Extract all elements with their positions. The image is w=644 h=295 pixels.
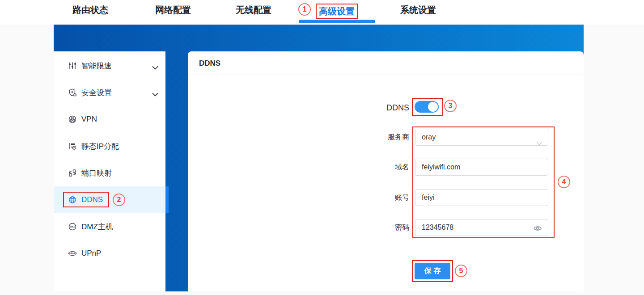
annotation-box-advanced-tab: 高级设置: [316, 4, 358, 19]
sidebar-item-label: 智能限速: [81, 61, 112, 71]
sidebar-item-smart-speed-limit[interactable]: 智能限速: [54, 52, 165, 79]
provider-label: 服务商: [388, 132, 409, 143]
ddns-toggle-label: DDNS: [386, 102, 409, 114]
ddns-toggle[interactable]: [415, 101, 439, 113]
sidebar-item-static-ip[interactable]: P 静态IP分配: [54, 133, 165, 160]
static-ip-icon: P: [68, 142, 77, 151]
sidebar-item-vpn[interactable]: VPN: [54, 106, 165, 133]
tab-network-config[interactable]: 网络配置: [155, 4, 191, 16]
ddns-panel: DDNS DDNS 3 服务商 oray 域名 f: [188, 51, 584, 291]
save-button[interactable]: 保存: [415, 263, 450, 279]
sidebar: 智能限速 安全设置: [54, 51, 165, 291]
password-input[interactable]: 12345678: [415, 219, 548, 236]
password-value: 12345678: [422, 223, 453, 231]
sidebar-item-label: UPnP: [81, 249, 101, 258]
page-title: DDNS: [199, 59, 220, 68]
sidebar-item-port-mapping[interactable]: 端口映射: [54, 160, 165, 186]
domain-input[interactable]: feiyiwifi.com: [415, 159, 548, 176]
sidebar-item-label: 安全设置: [81, 88, 112, 98]
provider-value: oray: [422, 133, 436, 141]
account-value: feiyi: [422, 194, 434, 201]
sidebar-item-label: DMZ主机: [81, 222, 113, 232]
domain-value: feiyiwifi.com: [422, 163, 460, 171]
globe-icon: [68, 195, 77, 204]
hero-banner: 智能限速 安全设置: [54, 25, 584, 291]
domain-label: 域名: [395, 162, 409, 173]
chevron-down-icon: [152, 64, 158, 68]
sidebar-item-label: DDNS: [81, 195, 103, 204]
svg-text:DMZ: DMZ: [70, 226, 75, 228]
annotation-step-2: 2: [113, 194, 125, 206]
upnp-icon: UPnP: [68, 249, 77, 258]
tab-router-status[interactable]: 路由状态: [72, 4, 108, 16]
sidebar-item-label: 端口映射: [81, 168, 112, 178]
svg-text:UPnP: UPnP: [69, 252, 76, 255]
eye-icon[interactable]: [533, 223, 542, 233]
port-mapping-icon: [68, 169, 77, 177]
annotation-step-4: 4: [558, 176, 570, 188]
shield-plus-icon: [68, 88, 77, 97]
title-divider: [188, 75, 584, 75]
dmz-icon: DMZ: [68, 222, 77, 231]
chevron-down-icon: [536, 135, 542, 139]
toggle-knob: [428, 102, 438, 112]
sidebar-item-upnp[interactable]: UPnP UPnP: [54, 240, 165, 267]
tab-advanced-settings[interactable]: 高级设置: [316, 4, 358, 19]
tab-system-settings[interactable]: 系统设置: [400, 4, 436, 16]
chevron-down-icon: [152, 91, 158, 95]
sidebar-item-security-settings[interactable]: 安全设置: [54, 79, 165, 106]
sidebar-item-label: VPN: [81, 115, 97, 124]
sliders-icon: [68, 61, 77, 70]
active-tab-underline: [299, 20, 375, 23]
annotation-step-3: 3: [444, 100, 457, 112]
account-input[interactable]: feiyi: [415, 189, 548, 206]
vpn-icon: [68, 115, 77, 124]
top-nav: 路由状态 网络配置 无线配置 高级设置 系统设置 1: [0, 0, 644, 25]
annotation-step-5: 5: [455, 265, 467, 277]
active-item-accent: [165, 186, 169, 213]
svg-text:P: P: [73, 146, 75, 149]
annotation-step-1: 1: [298, 3, 311, 16]
sidebar-item-dmz-host[interactable]: DMZ DMZ主机: [54, 213, 165, 240]
sidebar-item-ddns[interactable]: DDNS: [54, 186, 165, 213]
provider-select[interactable]: oray: [415, 129, 548, 146]
password-label: 密码: [395, 222, 409, 233]
sidebar-item-label: 静态IP分配: [81, 141, 119, 152]
router-admin-page: 路由状态 网络配置 无线配置 高级设置 系统设置 1 智能限速: [0, 0, 644, 295]
account-label: 账号: [395, 192, 409, 203]
tab-wireless-config[interactable]: 无线配置: [236, 4, 271, 16]
